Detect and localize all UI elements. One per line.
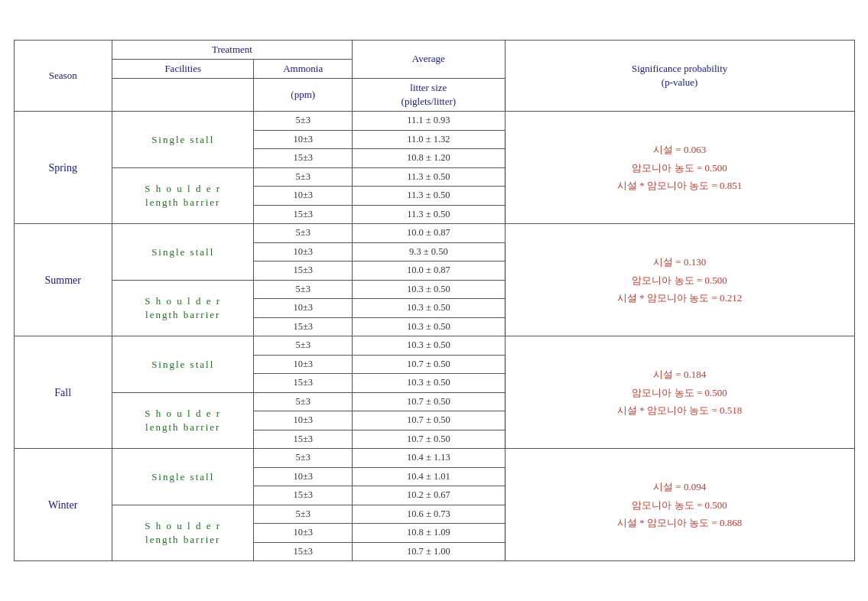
litter-value: 10.3 ± 0.50 <box>352 317 505 336</box>
facility-1: S h o u l d e rlength barrier <box>112 280 254 336</box>
significance-winter: 시설 = 0.094암모니아 농도 = 0.500시설 * 암모니아 농도 = … <box>505 449 854 561</box>
litter-value: 11.3 ± 0.50 <box>352 167 505 187</box>
litter-value: 10.3 ± 0.50 <box>352 280 505 299</box>
litter-value: 11.3 ± 0.50 <box>352 205 505 224</box>
facility-1: S h o u l d e rlength barrier <box>112 167 254 224</box>
ammonia-value: 15±3 <box>254 317 352 336</box>
litter-value: 10.3 ± 0.50 <box>352 374 505 393</box>
table-row: WinterSingle stall5±310.4 ± 1.13시설 = 0.0… <box>14 449 854 468</box>
litter-value: 10.6 ± 0.73 <box>352 505 505 524</box>
table-row: SummerSingle stall5±310.0 ± 0.87시설 = 0.1… <box>14 224 854 243</box>
facility-0: Single stall <box>112 224 254 281</box>
ammonia-value: 5±3 <box>254 505 352 524</box>
ammonia-value: 5±3 <box>254 336 352 356</box>
ammonia-value: 10±3 <box>254 242 352 262</box>
facility-0: Single stall <box>112 112 254 168</box>
litter-value: 10.0 ± 0.87 <box>352 224 505 243</box>
litter-value: 10.8 ± 1.09 <box>352 524 505 543</box>
ammonia-value: 15±3 <box>254 430 352 449</box>
litter-value: 10.0 ± 0.87 <box>352 262 505 281</box>
header-treatment: Treatment <box>112 40 352 59</box>
header-litter-unit: litter size (piglets/litter) <box>352 79 505 112</box>
litter-value: 10.7 ± 0.50 <box>352 355 505 374</box>
ammonia-value: 15±3 <box>254 149 352 168</box>
litter-value: 10.3 ± 0.50 <box>352 336 505 356</box>
litter-value: 9.3 ± 0.50 <box>352 242 505 262</box>
litter-value: 10.7 ± 1.00 <box>352 542 505 561</box>
season-winter: Winter <box>14 449 112 561</box>
header-ammonia: Ammonia <box>254 59 352 78</box>
ammonia-value: 5±3 <box>254 449 352 468</box>
ammonia-value: 15±3 <box>254 486 352 505</box>
header-facilities-blank <box>112 79 254 112</box>
header-facilities: Facilities <box>112 59 254 78</box>
ammonia-value: 10±3 <box>254 524 352 543</box>
ammonia-value: 10±3 <box>254 299 352 318</box>
significance-spring: 시설 = 0.063암모니아 농도 = 0.500시설 * 암모니아 농도 = … <box>505 112 854 224</box>
season-summer: Summer <box>14 224 112 336</box>
ammonia-value: 15±3 <box>254 262 352 281</box>
season-spring: Spring <box>14 112 112 224</box>
significance-summer: 시설 = 0.130암모니아 농도 = 0.500시설 * 암모니아 농도 = … <box>505 224 854 336</box>
ammonia-value: 15±3 <box>254 542 352 561</box>
ammonia-value: 5±3 <box>254 112 352 131</box>
header-significance: Significance probability (p-value) <box>505 40 854 112</box>
header-litter-avg: Average <box>352 40 505 78</box>
litter-value: 10.7 ± 0.50 <box>352 430 505 449</box>
ammonia-value: 10±3 <box>254 467 352 486</box>
facility-0: Single stall <box>112 336 254 393</box>
ammonia-value: 15±3 <box>254 205 352 224</box>
litter-value: 10.2 ± 0.67 <box>352 486 505 505</box>
facility-0: Single stall <box>112 449 254 505</box>
significance-fall: 시설 = 0.184암모니아 농도 = 0.500시설 * 암모니아 농도 = … <box>505 336 854 449</box>
header-ammonia-unit: (ppm) <box>254 79 352 112</box>
ammonia-value: 5±3 <box>254 392 352 411</box>
facility-1: S h o u l d e rlength barrier <box>112 392 254 449</box>
ammonia-value: 5±3 <box>254 280 352 299</box>
season-fall: Fall <box>14 336 112 449</box>
litter-value: 10.4 ± 1.01 <box>352 467 505 486</box>
table-wrapper: Season Treatment Average Significance pr… <box>14 40 855 562</box>
table-row: SpringSingle stall5±311.1 ± 0.93시설 = 0.0… <box>14 112 854 131</box>
ammonia-value: 15±3 <box>254 374 352 393</box>
litter-value: 10.7 ± 0.50 <box>352 392 505 411</box>
ammonia-value: 10±3 <box>254 411 352 430</box>
ammonia-value: 10±3 <box>254 130 352 149</box>
ammonia-value: 5±3 <box>254 167 352 187</box>
litter-value: 10.7 ± 0.50 <box>352 411 505 430</box>
ammonia-value: 10±3 <box>254 187 352 206</box>
table-row: FallSingle stall5±310.3 ± 0.50시설 = 0.184… <box>14 336 854 356</box>
ammonia-value: 5±3 <box>254 224 352 243</box>
data-table: Season Treatment Average Significance pr… <box>14 40 855 562</box>
header-season: Season <box>14 40 112 112</box>
facility-1: S h o u l d e rlength barrier <box>112 505 254 561</box>
litter-value: 10.8 ± 1.20 <box>352 149 505 168</box>
litter-value: 10.3 ± 0.50 <box>352 299 505 318</box>
litter-value: 11.1 ± 0.93 <box>352 112 505 131</box>
litter-value: 11.3 ± 0.50 <box>352 187 505 206</box>
litter-value: 10.4 ± 1.13 <box>352 449 505 468</box>
litter-value: 11.0 ± 1.32 <box>352 130 505 149</box>
ammonia-value: 10±3 <box>254 355 352 374</box>
